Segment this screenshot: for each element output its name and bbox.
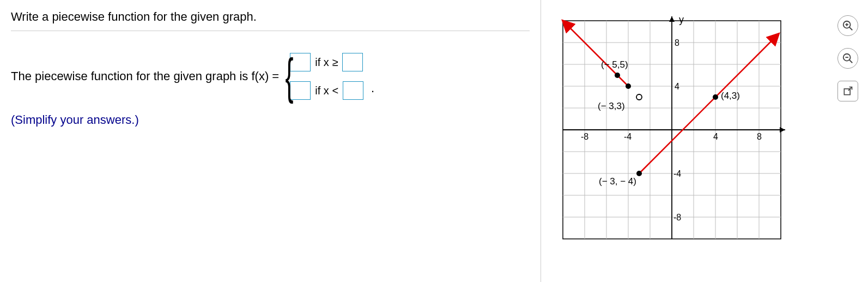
- svg-text:(4,3): (4,3): [721, 91, 740, 101]
- period: .: [371, 81, 374, 100]
- svg-text:-4: -4: [673, 169, 681, 178]
- svg-text:-8: -8: [581, 132, 588, 141]
- zoom-in-icon: [842, 20, 854, 32]
- zoom-in-button[interactable]: [837, 15, 858, 36]
- zoom-out-icon: [842, 52, 854, 64]
- svg-text:4: 4: [675, 82, 679, 91]
- svg-point-32: [615, 73, 620, 78]
- brace-icon: {: [286, 57, 294, 96]
- graph: y x -8 -4 4 8 8 4 -4 -8: [557, 15, 786, 244]
- svg-text:4: 4: [713, 132, 718, 141]
- svg-line-31: [639, 37, 775, 173]
- svg-marker-19: [780, 127, 785, 133]
- instruction: (Simplify your answers.): [11, 113, 530, 127]
- svg-point-37: [636, 171, 642, 176]
- svg-text:8: 8: [675, 38, 679, 47]
- popout-button[interactable]: [837, 81, 858, 101]
- svg-point-34: [626, 83, 631, 89]
- svg-point-39: [713, 94, 718, 100]
- input-bound-1[interactable]: [342, 53, 363, 71]
- svg-text:8: 8: [757, 132, 762, 141]
- svg-point-35: [636, 94, 642, 100]
- svg-marker-20: [669, 16, 675, 22]
- zoom-out-button[interactable]: [837, 48, 858, 69]
- cond2: if x <: [315, 85, 338, 97]
- input-bound-2[interactable]: [343, 81, 363, 100]
- svg-text:(− 3, − 4): (− 3, − 4): [599, 176, 636, 187]
- svg-text:-4: -4: [624, 132, 632, 141]
- cond1: if x ≥: [315, 56, 338, 69]
- y-axis-label: y: [679, 15, 684, 25]
- svg-line-46: [849, 60, 853, 63]
- svg-line-42: [849, 27, 853, 31]
- svg-text:(− 5,5): (− 5,5): [601, 59, 628, 70]
- question-title: Write a piecewise function for the given…: [11, 10, 530, 24]
- svg-text:-8: -8: [673, 213, 681, 222]
- svg-text:(− 3,3): (− 3,3): [598, 101, 625, 111]
- popout-icon: [842, 86, 853, 97]
- divider: [11, 31, 530, 31]
- prompt-prefix: The piecewise function for the given gra…: [11, 69, 279, 83]
